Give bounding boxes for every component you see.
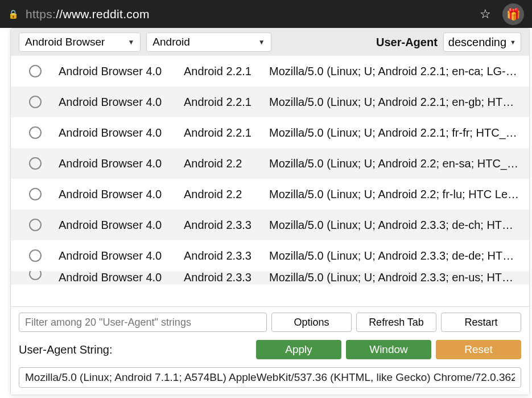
- browser-cell: Android Browser 4.0: [59, 126, 184, 139]
- browser-cell: Android Browser 4.0: [59, 219, 184, 232]
- browser-cell: Android Browser 4.0: [59, 157, 184, 170]
- radio-button[interactable]: [29, 157, 42, 170]
- list-item[interactable]: Android Browser 4.0Android 2.2.1Mozilla/…: [11, 56, 529, 87]
- radio-button[interactable]: [29, 65, 42, 77]
- sort-label: User-Agent: [376, 36, 438, 49]
- ua-string-input[interactable]: [19, 367, 521, 388]
- options-button[interactable]: Options: [271, 313, 352, 332]
- list-item[interactable]: Android Browser 4.0Android 2.2Mozilla/5.…: [11, 148, 529, 179]
- os-filter-dropdown[interactable]: Android ▼: [146, 32, 271, 52]
- ua-cell: Mozilla/5.0 (Linux; U; Android 2.2.1; en…: [269, 65, 521, 78]
- radio-button[interactable]: [29, 249, 42, 262]
- ua-cell: Mozilla/5.0 (Linux; U; Android 2.2; fr-l…: [269, 188, 521, 201]
- list-item[interactable]: Android Browser 4.0Android 2.3.3Mozilla/…: [11, 240, 529, 271]
- ua-cell: Mozilla/5.0 (Linux; U; Android 2.2.1; fr…: [269, 126, 521, 139]
- radio-button[interactable]: [29, 188, 42, 200]
- list-item[interactable]: Android Browser 4.0Android 2.2.1Mozilla/…: [11, 87, 529, 117]
- list-item[interactable]: Android Browser 4.0Android 2.3.3Mozilla/…: [11, 271, 529, 285]
- browser-address-bar: 🔒 https://www.reddit.com ☆ 🎁: [0, 0, 532, 28]
- browser-cell: Android Browser 4.0: [59, 65, 184, 78]
- radio-button[interactable]: [29, 126, 42, 139]
- os-cell: Android 2.3.3: [184, 249, 269, 262]
- lock-icon: 🔒: [8, 9, 19, 19]
- filter-input[interactable]: [19, 313, 267, 332]
- chevron-down-icon: ▼: [510, 39, 516, 46]
- list-item[interactable]: Android Browser 4.0Android 2.2.1Mozilla/…: [11, 117, 529, 148]
- ua-cell: Mozilla/5.0 (Linux; U; Android 2.3.3; de…: [269, 219, 521, 232]
- profile-avatar[interactable]: 🎁: [502, 3, 524, 25]
- ua-cell: Mozilla/5.0 (Linux; U; Android 2.3.3; de…: [269, 249, 521, 262]
- ua-string-label: User-Agent String:: [19, 343, 113, 356]
- os-cell: Android 2.2: [184, 188, 269, 201]
- browser-filter-dropdown[interactable]: Android Browser ▼: [19, 32, 141, 52]
- panel-header: Android Browser ▼ Android ▼ User-Agent d…: [11, 28, 529, 56]
- os-cell: Android 2.3.3: [184, 219, 269, 232]
- dropdown-label: Android: [152, 36, 190, 48]
- bookmark-star-icon[interactable]: ☆: [480, 7, 491, 22]
- os-cell: Android 2.2.1: [184, 126, 269, 139]
- ua-cell: Mozilla/5.0 (Linux; U; Android 2.3.3; en…: [269, 271, 521, 284]
- restart-button[interactable]: Restart: [441, 313, 521, 332]
- browser-cell: Android Browser 4.0: [59, 188, 184, 201]
- radio-button[interactable]: [29, 271, 42, 280]
- list-item[interactable]: Android Browser 4.0Android 2.2Mozilla/5.…: [11, 179, 529, 210]
- panel-footer: Options Refresh Tab Restart User-Agent S…: [11, 306, 529, 395]
- url-text[interactable]: https://www.reddit.com: [26, 7, 473, 21]
- radio-button[interactable]: [29, 96, 42, 108]
- ua-cell: Mozilla/5.0 (Linux; U; Android 2.2.1; en…: [269, 96, 521, 109]
- os-cell: Android 2.2: [184, 157, 269, 170]
- apply-button[interactable]: Apply: [256, 340, 341, 359]
- reset-button[interactable]: Reset: [436, 340, 521, 359]
- user-agent-list: Android Browser 4.0Android 2.2.1Mozilla/…: [11, 56, 529, 306]
- radio-button[interactable]: [29, 219, 42, 231]
- list-item[interactable]: Android Browser 4.0Android 2.3.3Mozilla/…: [11, 210, 529, 240]
- dropdown-label: descending: [448, 36, 506, 49]
- browser-cell: Android Browser 4.0: [59, 271, 184, 284]
- chevron-down-icon: ▼: [258, 38, 265, 46]
- window-button[interactable]: Window: [346, 340, 431, 359]
- chevron-down-icon: ▼: [127, 38, 134, 46]
- browser-cell: Android Browser 4.0: [59, 249, 184, 262]
- os-cell: Android 2.3.3: [184, 271, 269, 284]
- sort-order-dropdown[interactable]: descending ▼: [443, 32, 521, 52]
- ua-cell: Mozilla/5.0 (Linux; U; Android 2.2; en-s…: [269, 157, 521, 170]
- os-cell: Android 2.2.1: [184, 65, 269, 78]
- dropdown-label: Android Browser: [25, 36, 105, 48]
- os-cell: Android 2.2.1: [184, 96, 269, 109]
- refresh-tab-button[interactable]: Refresh Tab: [356, 313, 436, 332]
- browser-cell: Android Browser 4.0: [59, 96, 184, 109]
- user-agent-panel: Android Browser ▼ Android ▼ User-Agent d…: [10, 28, 530, 395]
